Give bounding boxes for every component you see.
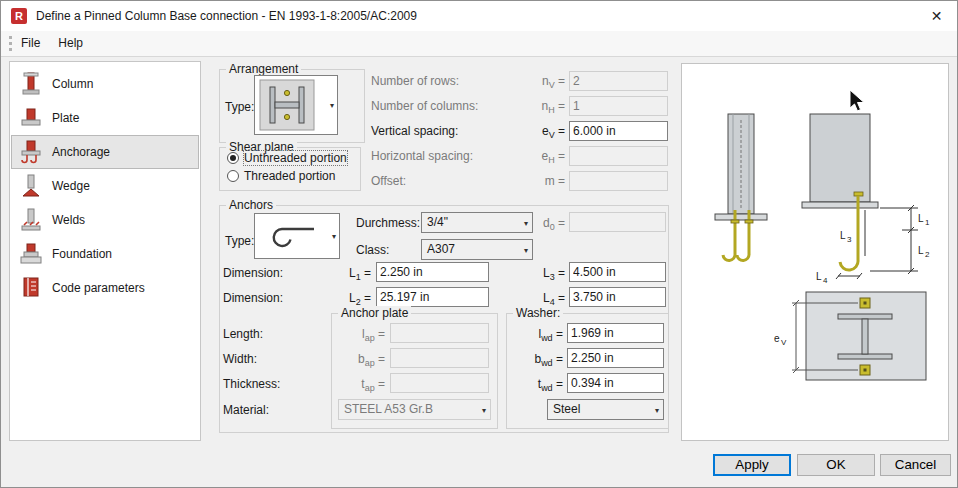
rows-symbol: nV =: [529, 73, 565, 93]
washer-material-select[interactable]: Steel ▾: [547, 399, 664, 420]
svg-text:1: 1: [925, 218, 930, 227]
material-label: Material:: [223, 402, 269, 418]
sidebar: Column Plate Anchorage Wedge Welds Found…: [9, 61, 201, 441]
washer-length-input[interactable]: [567, 323, 664, 343]
diameter-label: Durchmess:: [356, 215, 420, 231]
bap-symbol: bap =: [347, 351, 385, 371]
radio-unselected-icon: [227, 170, 239, 182]
sidebar-item-plate[interactable]: Plate: [11, 101, 199, 135]
anchor-plate-material-select: STEEL A53 Gr.B ▾: [338, 399, 491, 420]
offset-input: [569, 171, 668, 191]
anchor-type-select[interactable]: ▾: [254, 213, 340, 259]
menu-bar: File Help: [1, 31, 958, 57]
sidebar-item-anchorage[interactable]: Anchorage: [11, 135, 199, 169]
thickness-label: Thickness:: [223, 376, 280, 392]
window-title: Define a Pinned Column Base connection -…: [36, 9, 417, 23]
L2-input[interactable]: [376, 287, 489, 307]
bwd-symbol: bwd =: [525, 351, 563, 371]
sidebar-item-label: Foundation: [52, 247, 112, 261]
offset-label: Offset:: [371, 173, 406, 189]
preview-plan-view: e V: [774, 292, 926, 380]
chevron-down-icon: ▾: [482, 400, 486, 419]
diameter-select[interactable]: 3/4" ▾: [421, 212, 533, 233]
chevron-down-icon: ▾: [330, 101, 334, 110]
dim-label-L1: L: [918, 213, 924, 224]
sidebar-item-welds[interactable]: Welds: [11, 203, 199, 237]
lwd-symbol: lwd =: [525, 326, 563, 346]
radio-unthreaded-portion[interactable]: Unthreaded portion: [227, 151, 347, 165]
svg-text:4: 4: [823, 276, 828, 285]
column-section-thumbnail: [256, 77, 318, 133]
class-label: Class:: [356, 242, 389, 258]
connection-drawing: L 1 L 2 L 3 L 4: [682, 64, 948, 440]
vertical-spacing-input[interactable]: [569, 121, 668, 141]
washer-group-title: Washer:: [513, 306, 563, 320]
apply-button[interactable]: Apply: [713, 454, 791, 476]
d0-symbol: d0 =: [529, 215, 565, 235]
preview-panel: L 1 L 2 L 3 L 4: [681, 63, 949, 441]
menu-file[interactable]: File: [12, 31, 49, 56]
rows-label: Number of rows:: [371, 73, 459, 89]
arrangement-type-select[interactable]: ▾: [254, 75, 338, 135]
L1-symbol: L1 =: [335, 265, 371, 285]
sidebar-item-column[interactable]: Column: [11, 67, 199, 101]
washer-material-value: Steel: [553, 402, 580, 416]
dim-label-eV: e: [774, 333, 780, 344]
dimension-label-1: Dimension:: [223, 265, 283, 281]
arrangement-type-label: Type:: [225, 99, 254, 115]
L1-input[interactable]: [376, 262, 489, 282]
sidebar-item-label: Wedge: [52, 179, 90, 193]
columns-input: [569, 96, 668, 116]
class-value: A307: [427, 242, 455, 256]
rows-input: [569, 71, 668, 91]
anchor-shape-thumbnail: [256, 215, 320, 257]
dim-label-L4: L: [816, 271, 822, 282]
foundation-icon: [19, 241, 43, 267]
code-parameters-icon: [19, 275, 43, 301]
sidebar-item-foundation[interactable]: Foundation: [11, 237, 199, 271]
dim-label-L2: L: [918, 245, 924, 256]
title-bar: R Define a Pinned Column Base connection…: [1, 1, 958, 31]
washer-width-input[interactable]: [567, 348, 664, 368]
sidebar-item-code-parameters[interactable]: Code parameters: [11, 271, 199, 305]
washer-thickness-input[interactable]: [567, 373, 664, 393]
radio-label: Unthreaded portion: [244, 151, 347, 165]
L3-symbol: L3 =: [529, 265, 565, 285]
columns-symbol: nH =: [529, 98, 565, 118]
sidebar-item-wedge[interactable]: Wedge: [11, 169, 199, 203]
ok-button[interactable]: OK: [797, 454, 875, 476]
sidebar-item-label: Column: [52, 77, 93, 91]
anchor-plate-length-input: [390, 323, 489, 343]
preview-side-view: L 1 L 2 L 3 L 4: [802, 114, 930, 285]
dim-label-L3: L: [840, 230, 846, 241]
class-select[interactable]: A307 ▾: [421, 239, 533, 260]
twd-symbol: twd =: [525, 376, 563, 396]
svg-text:V: V: [781, 338, 787, 347]
close-button[interactable]: ✕: [914, 1, 958, 31]
columns-label: Number of columns:: [371, 98, 478, 114]
d0-input: [569, 212, 666, 232]
radio-label: Threaded portion: [244, 169, 335, 183]
column-icon: [19, 71, 43, 97]
app-icon: R: [11, 8, 27, 24]
offset-symbol: m =: [529, 173, 565, 193]
vertical-spacing-symbol: eV =: [529, 123, 565, 143]
cancel-button[interactable]: Cancel: [880, 454, 951, 476]
dimension-label-2: Dimension:: [223, 290, 283, 306]
sidebar-item-label: Anchorage: [52, 145, 110, 159]
menu-help[interactable]: Help: [49, 31, 92, 56]
L3-input[interactable]: [569, 262, 666, 282]
chevron-down-icon: ▾: [524, 240, 528, 259]
horizontal-spacing-input: [569, 146, 668, 166]
svg-text:2: 2: [925, 250, 930, 259]
mouse-cursor: [850, 90, 864, 111]
length-label: Length:: [223, 326, 263, 342]
radio-threaded-portion[interactable]: Threaded portion: [227, 169, 335, 183]
arrangement-group-title: Arrangement: [226, 62, 301, 76]
radio-selected-icon: [227, 152, 239, 164]
horizontal-spacing-label: Horizontal spacing:: [371, 148, 473, 164]
L4-input[interactable]: [569, 287, 666, 307]
horizontal-spacing-symbol: eH =: [529, 148, 565, 168]
preview-front-view: [715, 114, 767, 261]
anchor-plate-material-value: STEEL A53 Gr.B: [344, 402, 433, 416]
